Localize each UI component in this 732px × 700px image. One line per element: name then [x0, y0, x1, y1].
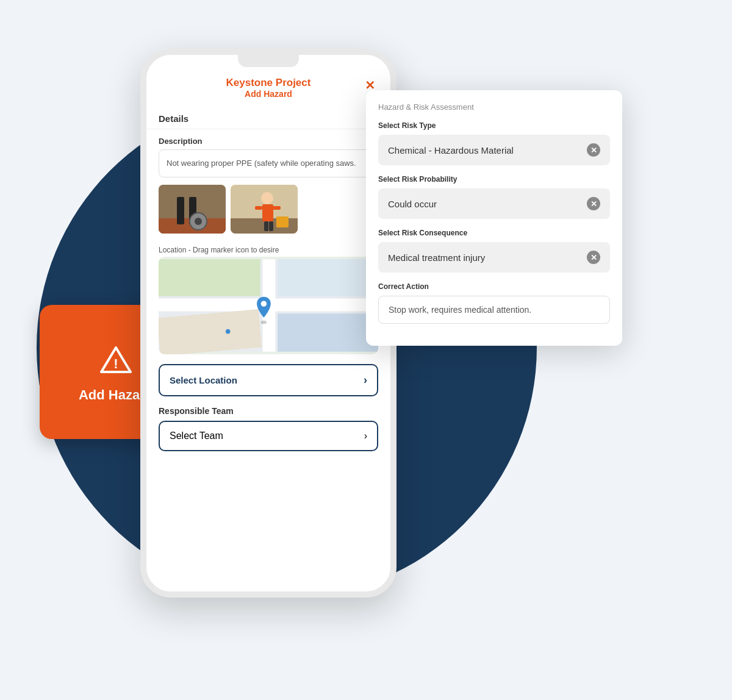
phone-header: Keystone Project Add Hazard ✕ [146, 67, 390, 106]
svg-point-26 [226, 329, 231, 334]
risk-type-label: Select Risk Type [378, 121, 610, 130]
map-area[interactable] [159, 257, 378, 354]
warning-icon: ! [98, 341, 134, 377]
risk-type-group: Select Risk Type Chemical - Hazardous Ma… [378, 121, 610, 165]
details-section-title: Details [146, 106, 390, 129]
svg-point-25 [261, 301, 267, 306]
chevron-right-icon-team: › [364, 430, 367, 441]
risk-type-value: Chemical - Hazardous Material [388, 145, 514, 155]
responsible-team-label: Responsible Team [146, 401, 390, 418]
risk-type-select[interactable]: Chemical - Hazardous Material ✕ [378, 135, 610, 165]
svg-rect-4 [177, 197, 184, 224]
svg-point-7 [195, 218, 202, 225]
svg-point-24 [261, 320, 267, 324]
select-team-text: Select Team [170, 430, 223, 441]
svg-rect-12 [255, 206, 262, 210]
location-hint-text: Location - Drag marker icon to desire [146, 241, 390, 257]
svg-rect-16 [276, 216, 289, 227]
risk-consequence-label: Select Risk Consequence [378, 229, 610, 237]
phone-notch [238, 55, 299, 67]
image-row [146, 177, 390, 241]
select-location-text: Select Location [170, 375, 237, 385]
risk-probability-select[interactable]: Could occur ✕ [378, 188, 610, 219]
add-hazard-subtitle: Add Hazard [159, 89, 378, 99]
risk-type-clear-icon[interactable]: ✕ [587, 143, 600, 157]
svg-text:!: ! [113, 356, 118, 371]
risk-probability-group: Select Risk Probability Could occur ✕ [378, 175, 610, 219]
description-label: Description [146, 129, 390, 149]
select-location-button[interactable]: Select Location › [159, 364, 378, 396]
phone-mockup: Keystone Project Add Hazard ✕ Details De… [140, 49, 396, 598]
chevron-right-icon: › [364, 374, 367, 387]
risk-probability-value: Could occur [388, 199, 437, 209]
select-team-button[interactable]: Select Team › [159, 421, 378, 451]
phone-content: Details Description Not wearing proper P… [146, 106, 390, 591]
risk-panel-title: Hazard & Risk Assessment [378, 102, 610, 112]
correct-action-text[interactable]: Stop work, requires medical attention. [378, 296, 610, 324]
svg-rect-11 [262, 204, 273, 221]
risk-consequence-clear-icon[interactable]: ✕ [587, 251, 600, 264]
svg-rect-13 [272, 206, 281, 210]
svg-rect-20 [159, 259, 260, 296]
risk-consequence-group: Select Risk Consequence Medical treatmen… [378, 229, 610, 273]
project-title: Keystone Project [159, 77, 378, 89]
image-thumb-2 [231, 185, 298, 234]
risk-probability-clear-icon[interactable]: ✕ [587, 197, 600, 210]
risk-probability-label: Select Risk Probability [378, 175, 610, 184]
risk-consequence-value: Medical treatment injury [388, 252, 485, 263]
svg-rect-23 [278, 313, 378, 352]
risk-assessment-panel: Hazard & Risk Assessment Select Risk Typ… [366, 90, 622, 346]
svg-rect-14 [264, 221, 268, 231]
svg-point-10 [261, 192, 273, 204]
svg-rect-15 [269, 221, 273, 231]
description-text: Not wearing proper PPE (safety while ope… [159, 149, 378, 177]
correct-action-group: Correct Action Stop work, requires medic… [378, 282, 610, 324]
correct-action-label: Correct Action [378, 282, 610, 291]
image-thumb-1 [159, 185, 226, 234]
svg-rect-21 [278, 259, 378, 296]
risk-consequence-select[interactable]: Medical treatment injury ✕ [378, 242, 610, 273]
